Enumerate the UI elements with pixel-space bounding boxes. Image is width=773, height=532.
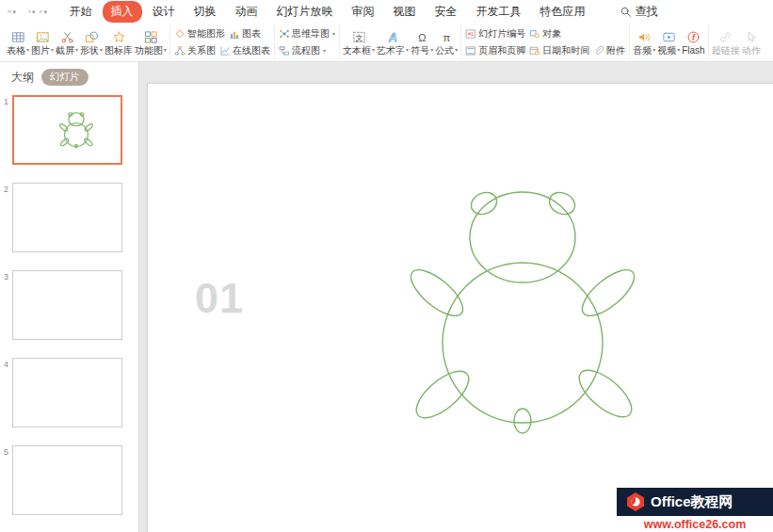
ribbon-attachment-button[interactable]: 附件 xyxy=(591,44,627,58)
ribbon-function-diagram-button[interactable]: 功能图▾ xyxy=(134,24,168,60)
relation-diagram-icon xyxy=(174,45,185,56)
menu-tab-security[interactable]: 安全 xyxy=(427,1,466,23)
svg-text:文: 文 xyxy=(355,33,362,41)
svg-text:f: f xyxy=(692,32,696,41)
shapes-icon xyxy=(85,30,99,44)
ribbon-icon-library-button[interactable]: 图标库 xyxy=(104,24,134,60)
slide-number-label: 5 xyxy=(0,445,12,515)
shape-ear-left[interactable] xyxy=(468,188,501,218)
symbol-icon: Ω xyxy=(415,30,429,44)
mindmap-icon xyxy=(279,28,290,40)
menubar: ▾▾▾ 开始插入设计切换动画幻灯片放映审阅视图安全开发工具特色应用 查找 xyxy=(0,0,773,24)
textbox-icon: 文 xyxy=(352,30,366,44)
menu-tab-dev-tools[interactable]: 开发工具 xyxy=(468,1,530,23)
ribbon-screenshot-button[interactable]: 截屏▾ xyxy=(55,24,79,60)
watermark: Office教程网 www.office26.com xyxy=(617,488,773,532)
flowchart-icon xyxy=(279,45,290,56)
ribbon-wordart-button[interactable]: A艺术字▾ xyxy=(376,24,410,60)
panel-tab-bar: 大纲幻灯片 xyxy=(0,62,138,90)
shape-leg-right[interactable] xyxy=(572,363,638,426)
header-footer-icon xyxy=(465,45,476,56)
slide-thumbnail-5[interactable] xyxy=(12,445,122,515)
shape-leg-left[interactable] xyxy=(59,137,69,147)
search-icon xyxy=(620,6,632,18)
redo-icon xyxy=(39,9,43,14)
slide-thumbnail-2[interactable] xyxy=(12,183,122,252)
find-button[interactable]: 查找 xyxy=(620,4,658,20)
menu-tab-view[interactable]: 视图 xyxy=(385,1,425,23)
ribbon-slide-number-button[interactable]: #1幻灯片编号 xyxy=(463,27,527,41)
ribbon-formula-button[interactable]: π公式▾ xyxy=(434,24,459,60)
ribbon-header-footer-button[interactable]: 页眉和页脚 xyxy=(463,44,527,58)
shape-body[interactable] xyxy=(65,123,89,147)
window-quick-icons: ▾▾▾ xyxy=(8,8,43,15)
smart-graphic-icon xyxy=(174,28,185,40)
menu-tab-animation[interactable]: 动画 xyxy=(227,1,266,23)
menu-tab-transition[interactable]: 切换 xyxy=(185,1,225,23)
ribbon-hyperlink-button[interactable]: 超链接 xyxy=(711,24,741,60)
wps-presentation-window: ▾▾▾ 开始插入设计切换动画幻灯片放映审阅视图安全开发工具特色应用 查找 表格▾… xyxy=(0,0,773,532)
slide-panel: 大纲幻灯片 12345 xyxy=(0,62,139,532)
formula-icon: π xyxy=(440,30,454,44)
dropdown-caret-icon: ▾ xyxy=(332,31,335,37)
menu-tab-special-apps[interactable]: 特色应用 xyxy=(532,1,594,23)
panel-tab-slides[interactable]: 幻灯片 xyxy=(41,69,89,86)
ribbon-table-button[interactable]: 表格▾ xyxy=(6,24,30,60)
app-menu-button[interactable]: ▾ xyxy=(8,8,12,15)
slide-thumbnail-4[interactable] xyxy=(12,358,122,427)
ribbon-shapes-button[interactable]: 形状▾ xyxy=(79,24,104,60)
shape-leg-right[interactable] xyxy=(84,137,93,147)
menu-tab-slideshow[interactable]: 幻灯片放映 xyxy=(268,1,342,23)
ribbon-mindmap-button[interactable]: 思维导图▾ xyxy=(277,27,337,41)
ribbon-smart-graphic-button[interactable]: 智能图形 xyxy=(172,27,227,41)
slide-number-label: 2 xyxy=(0,183,12,252)
watermark-banner: Office教程网 xyxy=(617,488,773,516)
flash-icon: f xyxy=(686,30,701,44)
slide-number-label: 3 xyxy=(0,270,12,340)
dropdown-caret-icon: ▾ xyxy=(455,47,458,53)
picture-icon xyxy=(36,30,50,44)
menu-tab-review[interactable]: 审阅 xyxy=(344,1,383,23)
menu-tab-insert[interactable]: 插入 xyxy=(103,1,142,23)
ribbon-flash-button[interactable]: fFlash xyxy=(681,24,705,60)
undo-button[interactable]: ▾ xyxy=(27,8,32,15)
ribbon-symbol-button[interactable]: Ω符号▾ xyxy=(410,24,434,60)
main-area: 大纲幻灯片 12345 01 Office教程网 www.office26.co… xyxy=(0,62,773,532)
ribbon-flowchart-button[interactable]: 流程图▾ xyxy=(277,44,328,58)
editing-canvas[interactable]: 01 Office教程网 www.office26.com xyxy=(139,62,773,532)
ribbon-audio-button[interactable]: 音频▾ xyxy=(632,24,656,60)
slide-thumbnail-1[interactable] xyxy=(12,95,122,165)
redo-button[interactable]: ▾ xyxy=(39,8,43,15)
shape-head[interactable] xyxy=(470,192,575,282)
ribbon-video-button[interactable]: 视频▾ xyxy=(656,24,681,60)
ribbon-datetime-button[interactable]: 日期和时间 xyxy=(527,44,591,58)
attachment-icon xyxy=(593,45,604,56)
bear-drawing xyxy=(148,84,773,532)
menu-tab-home[interactable]: 开始 xyxy=(61,1,101,23)
shape-tail[interactable] xyxy=(514,409,531,433)
ribbon-object-button[interactable]: 对象 xyxy=(527,27,563,41)
ribbon-textbox-button[interactable]: 文文本框▾ xyxy=(342,24,376,60)
ribbon-online-chart-button[interactable]: 在线图表 xyxy=(217,44,272,58)
undo-icon xyxy=(27,9,32,14)
ribbon-toolbar: 表格▾图片▾截屏▾形状▾图标库功能图▾智能图形图表关系图在线图表思维导图▾流程图… xyxy=(0,24,773,62)
panel-tab-outline[interactable]: 大纲 xyxy=(11,70,34,86)
menu-tab-design[interactable]: 设计 xyxy=(144,1,184,23)
dropdown-caret-icon: ▾ xyxy=(430,47,433,53)
shape-leg-left[interactable] xyxy=(409,363,475,427)
slide-editor[interactable]: 01 xyxy=(147,83,773,532)
shape-body[interactable] xyxy=(443,263,603,423)
find-label: 查找 xyxy=(636,4,658,20)
dropdown-caret-icon: ▾ xyxy=(323,48,326,54)
slide-number-label: 1 xyxy=(0,95,12,165)
ribbon-relation-diagram-button[interactable]: 关系图 xyxy=(172,44,217,58)
ribbon-chart-button[interactable]: 图表 xyxy=(227,27,263,41)
dropdown-caret-icon: ▾ xyxy=(26,47,29,53)
ribbon-action-button[interactable]: 动作 xyxy=(741,24,762,60)
shape-ear-right[interactable] xyxy=(546,188,579,218)
ribbon-picture-button[interactable]: 图片▾ xyxy=(30,24,55,60)
thumbnail-row: 5 xyxy=(0,445,138,515)
svg-text:A: A xyxy=(388,30,397,43)
dropdown-caret-icon: ▾ xyxy=(32,8,36,15)
slide-thumbnail-3[interactable] xyxy=(12,270,122,340)
